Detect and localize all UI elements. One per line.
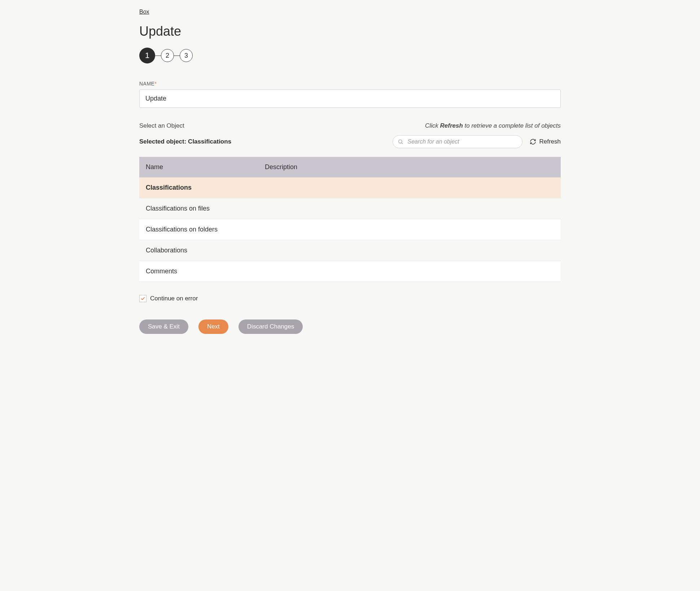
selected-object-label: Selected object: Classifications bbox=[139, 138, 231, 145]
table-row[interactable]: Collaborations bbox=[139, 240, 561, 261]
refresh-button[interactable]: Refresh bbox=[530, 138, 561, 145]
page-title: Update bbox=[139, 24, 561, 39]
table-cell-description bbox=[258, 240, 561, 261]
refresh-icon bbox=[530, 138, 536, 145]
table-cell-name: Classifications on folders bbox=[139, 219, 258, 240]
search-icon bbox=[398, 139, 403, 145]
object-table: Name Description ClassificationsClassifi… bbox=[139, 157, 561, 282]
table-header-name: Name bbox=[139, 157, 258, 177]
stepper: 1 2 3 bbox=[139, 48, 561, 63]
table-header-description: Description bbox=[258, 157, 561, 177]
table-row[interactable]: Comments bbox=[139, 261, 561, 282]
table-cell-description bbox=[258, 177, 561, 198]
discard-changes-button[interactable]: Discard Changes bbox=[239, 319, 303, 334]
table-row[interactable]: Classifications on files bbox=[139, 198, 561, 219]
svg-line-1 bbox=[402, 143, 403, 144]
step-connector bbox=[155, 56, 161, 56]
breadcrumb-link[interactable]: Box bbox=[139, 9, 149, 15]
select-object-label: Select an Object bbox=[139, 122, 184, 129]
step-3[interactable]: 3 bbox=[180, 49, 193, 62]
step-connector bbox=[174, 56, 180, 56]
table-cell-name: Collaborations bbox=[139, 240, 258, 261]
name-input[interactable] bbox=[139, 89, 561, 108]
table-cell-name: Comments bbox=[139, 261, 258, 282]
table-cell-name: Classifications bbox=[139, 177, 258, 198]
step-2[interactable]: 2 bbox=[161, 49, 174, 62]
continue-on-error-checkbox[interactable] bbox=[139, 295, 146, 302]
required-indicator: * bbox=[154, 81, 157, 87]
table-cell-name: Classifications on files bbox=[139, 198, 258, 219]
step-1[interactable]: 1 bbox=[139, 48, 155, 63]
table-cell-description bbox=[258, 219, 561, 240]
table-cell-description bbox=[258, 261, 561, 282]
search-input[interactable] bbox=[393, 135, 522, 148]
name-label: NAME* bbox=[139, 81, 561, 87]
svg-point-0 bbox=[399, 140, 402, 143]
table-cell-description bbox=[258, 198, 561, 219]
next-button[interactable]: Next bbox=[198, 319, 228, 334]
check-icon bbox=[140, 296, 145, 301]
continue-on-error-label: Continue on error bbox=[150, 295, 198, 302]
table-row[interactable]: Classifications on folders bbox=[139, 219, 561, 240]
save-exit-button[interactable]: Save & Exit bbox=[139, 319, 188, 334]
table-row[interactable]: Classifications bbox=[139, 177, 561, 198]
hint-text: Click Refresh to retrieve a complete lis… bbox=[425, 122, 561, 129]
